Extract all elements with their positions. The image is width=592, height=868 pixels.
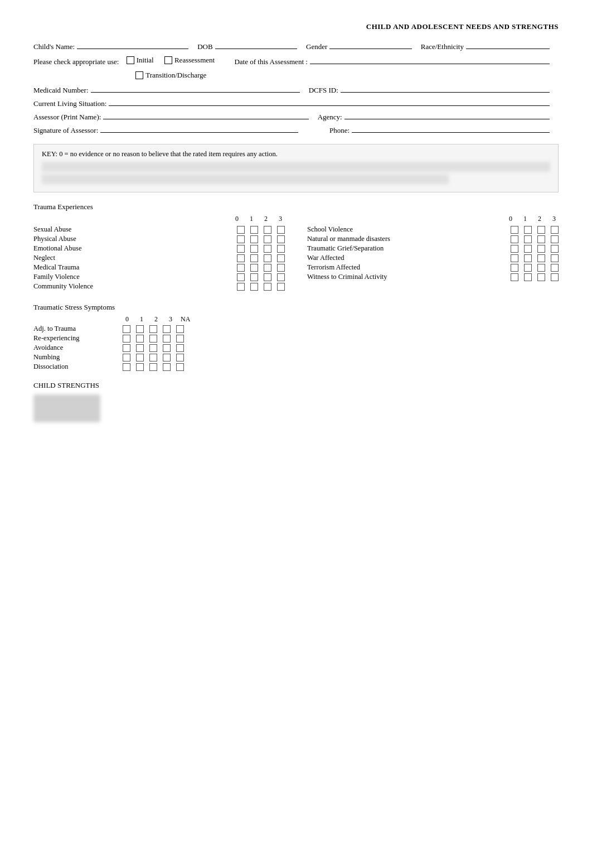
box[interactable] bbox=[149, 335, 157, 343]
box[interactable] bbox=[524, 226, 532, 234]
box[interactable] bbox=[163, 344, 171, 352]
left-score-1: 1 bbox=[247, 215, 256, 223]
box[interactable] bbox=[264, 235, 271, 243]
box[interactable] bbox=[277, 254, 285, 262]
box[interactable] bbox=[551, 226, 559, 234]
box[interactable] bbox=[537, 245, 545, 253]
box[interactable] bbox=[237, 254, 245, 262]
box[interactable] bbox=[511, 273, 518, 281]
box[interactable] bbox=[163, 325, 171, 333]
dob-input[interactable] bbox=[215, 49, 297, 49]
box[interactable] bbox=[176, 363, 184, 371]
dcfs-input[interactable] bbox=[341, 92, 550, 93]
initial-checkbox-label[interactable]: Initial bbox=[127, 56, 154, 65]
box[interactable] bbox=[264, 264, 271, 272]
initial-checkbox[interactable] bbox=[127, 56, 134, 64]
box[interactable] bbox=[250, 283, 258, 291]
box[interactable] bbox=[277, 245, 285, 253]
box[interactable] bbox=[250, 273, 258, 281]
box[interactable] bbox=[149, 344, 157, 352]
box[interactable] bbox=[264, 245, 271, 253]
box[interactable] bbox=[551, 273, 559, 281]
box[interactable] bbox=[264, 254, 271, 262]
box[interactable] bbox=[237, 245, 245, 253]
box[interactable] bbox=[537, 254, 545, 262]
race-input[interactable] bbox=[466, 49, 550, 49]
witness-criminal-boxes bbox=[511, 273, 559, 281]
box[interactable] bbox=[250, 254, 258, 262]
table-row: Terrorism Affected bbox=[307, 263, 559, 272]
box[interactable] bbox=[163, 335, 171, 343]
box[interactable] bbox=[277, 264, 285, 272]
living-input[interactable] bbox=[109, 105, 550, 106]
box[interactable] bbox=[237, 226, 245, 234]
reassessment-checkbox[interactable] bbox=[164, 56, 172, 64]
box[interactable] bbox=[149, 325, 157, 333]
box[interactable] bbox=[277, 283, 285, 291]
medicaid-input[interactable] bbox=[91, 92, 300, 93]
box[interactable] bbox=[237, 264, 245, 272]
check-use-label: Please check appropriate use: bbox=[33, 57, 119, 66]
box[interactable] bbox=[551, 254, 559, 262]
box[interactable] bbox=[149, 363, 157, 371]
box[interactable] bbox=[163, 354, 171, 361]
box[interactable] bbox=[511, 254, 518, 262]
box[interactable] bbox=[250, 226, 258, 234]
box[interactable] bbox=[123, 344, 130, 352]
box[interactable] bbox=[537, 273, 545, 281]
box[interactable] bbox=[237, 273, 245, 281]
date-input[interactable] bbox=[310, 64, 550, 64]
box[interactable] bbox=[511, 235, 518, 243]
box[interactable] bbox=[524, 235, 532, 243]
signature-input[interactable] bbox=[100, 132, 298, 133]
item-traumatic-grief: Traumatic Grief/Separation bbox=[307, 244, 511, 253]
box[interactable] bbox=[176, 354, 184, 361]
reassessment-checkbox-label[interactable]: Reassessment bbox=[164, 56, 215, 65]
box[interactable] bbox=[123, 363, 130, 371]
box[interactable] bbox=[123, 335, 130, 343]
box[interactable] bbox=[551, 235, 559, 243]
box[interactable] bbox=[511, 264, 518, 272]
box[interactable] bbox=[136, 344, 144, 352]
box[interactable] bbox=[524, 264, 532, 272]
box[interactable] bbox=[176, 325, 184, 333]
transition-checkbox-label[interactable]: Transition/Discharge bbox=[135, 71, 206, 80]
box[interactable] bbox=[163, 363, 171, 371]
box[interactable] bbox=[537, 235, 545, 243]
box[interactable] bbox=[537, 264, 545, 272]
transition-checkbox[interactable] bbox=[135, 71, 143, 79]
box[interactable] bbox=[237, 235, 245, 243]
box[interactable] bbox=[176, 335, 184, 343]
box[interactable] bbox=[123, 325, 130, 333]
childs-name-input[interactable] bbox=[77, 49, 188, 49]
box[interactable] bbox=[277, 273, 285, 281]
box[interactable] bbox=[123, 354, 130, 361]
box[interactable] bbox=[149, 354, 157, 361]
box[interactable] bbox=[551, 245, 559, 253]
box[interactable] bbox=[136, 363, 144, 371]
box[interactable] bbox=[277, 226, 285, 234]
box[interactable] bbox=[250, 235, 258, 243]
box[interactable] bbox=[524, 273, 532, 281]
box[interactable] bbox=[264, 273, 271, 281]
box[interactable] bbox=[511, 245, 518, 253]
box[interactable] bbox=[136, 325, 144, 333]
box[interactable] bbox=[537, 226, 545, 234]
agency-input[interactable] bbox=[344, 119, 550, 119]
box[interactable] bbox=[551, 264, 559, 272]
assessor-input[interactable] bbox=[103, 119, 308, 119]
phone-input[interactable] bbox=[352, 132, 550, 133]
gender-input[interactable] bbox=[329, 49, 411, 49]
box[interactable] bbox=[524, 254, 532, 262]
box[interactable] bbox=[176, 344, 184, 352]
box[interactable] bbox=[250, 245, 258, 253]
box[interactable] bbox=[250, 264, 258, 272]
box[interactable] bbox=[136, 354, 144, 361]
box[interactable] bbox=[264, 226, 271, 234]
box[interactable] bbox=[277, 235, 285, 243]
box[interactable] bbox=[264, 283, 271, 291]
box[interactable] bbox=[237, 283, 245, 291]
box[interactable] bbox=[136, 335, 144, 343]
box[interactable] bbox=[524, 245, 532, 253]
box[interactable] bbox=[511, 226, 518, 234]
